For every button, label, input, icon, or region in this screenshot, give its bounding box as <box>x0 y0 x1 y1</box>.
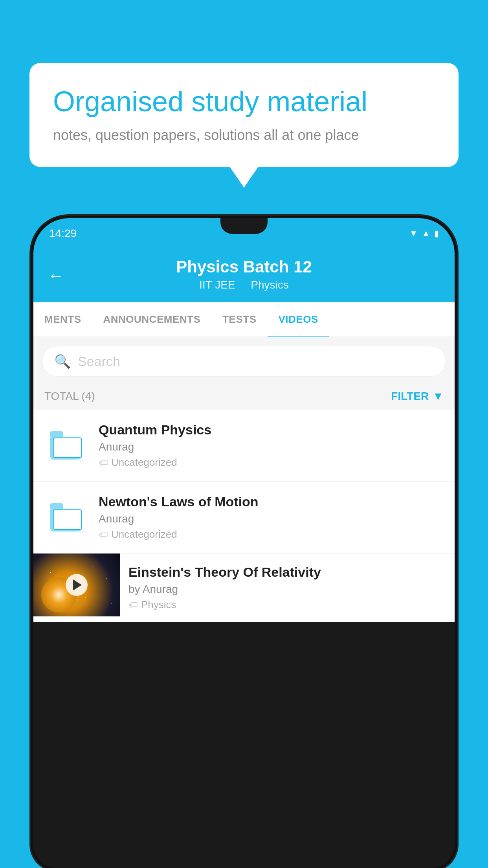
signal-icon: ▲ <box>422 228 430 239</box>
back-button[interactable]: ← <box>48 266 64 285</box>
battery-icon: ▮ <box>434 228 439 239</box>
tab-videos[interactable]: VIDEOS <box>268 302 329 337</box>
item-details: Einstein's Theory Of Relativity by Anura… <box>120 554 455 622</box>
header-title: Physics Batch 12 <box>49 257 439 276</box>
play-icon <box>73 579 82 590</box>
wifi-icon: ▼ <box>409 228 418 239</box>
folder-icon <box>50 431 82 460</box>
folder-icon <box>50 503 82 531</box>
tab-ments[interactable]: MENTS <box>33 302 92 337</box>
tag-icon: 🏷 <box>99 457 108 468</box>
item-details: Quantum Physics Anurag 🏷 Uncategorized <box>99 422 444 469</box>
app-header: ← Physics Batch 12 IIT JEE Physics <box>33 249 455 302</box>
list-item-with-thumb[interactable]: Einstein's Theory Of Relativity by Anura… <box>33 554 455 622</box>
search-icon: 🔍 <box>54 353 71 369</box>
phone-frame: 14:29 ▼ ▲ ▮ ← Physics Batch 12 IIT JEE P… <box>33 218 455 868</box>
filter-row: TOTAL (4) FILTER ▼ <box>33 385 455 410</box>
play-button[interactable] <box>66 574 88 596</box>
tag-label: Physics <box>141 599 176 611</box>
header-subtitle: IIT JEE Physics <box>49 279 439 291</box>
status-time: 14:29 <box>49 227 77 240</box>
status-bar: 14:29 ▼ ▲ ▮ <box>33 218 455 249</box>
tag-icon: 🏷 <box>99 529 108 540</box>
tag-label: Uncategorized <box>111 456 177 469</box>
bubble-subtitle: notes, question papers, solutions all at… <box>53 127 435 143</box>
total-label: TOTAL (4) <box>44 390 95 403</box>
bubble-title: Organised study material <box>53 85 435 118</box>
item-details: Newton's Laws of Motion Anurag 🏷 Uncateg… <box>99 494 444 541</box>
list-item[interactable]: Newton's Laws of Motion Anurag 🏷 Uncateg… <box>33 482 455 554</box>
item-title: Newton's Laws of Motion <box>99 494 444 509</box>
search-bar[interactable]: 🔍 Search <box>42 346 446 377</box>
speech-bubble: Organised study material notes, question… <box>29 63 459 167</box>
list-item[interactable]: Quantum Physics Anurag 🏷 Uncategorized <box>33 410 455 482</box>
tag-icon: 🏷 <box>128 600 138 611</box>
item-tag: 🏷 Uncategorized <box>99 456 444 469</box>
item-author: Anurag <box>99 441 444 453</box>
item-tag: 🏷 Uncategorized <box>99 528 444 541</box>
filter-label: FILTER <box>391 390 429 403</box>
header-subtitle-part1: IIT JEE <box>199 279 235 291</box>
tabs-bar: MENTS ANNOUNCEMENTS TESTS VIDEOS <box>33 302 455 337</box>
item-tag: 🏷 Physics <box>128 599 446 611</box>
filter-button[interactable]: FILTER ▼ <box>391 390 444 403</box>
tab-tests[interactable]: TESTS <box>211 302 267 337</box>
item-title: Einstein's Theory Of Relativity <box>128 565 446 580</box>
item-icon-wrap <box>44 424 88 467</box>
notch <box>220 218 268 234</box>
search-placeholder: Search <box>78 354 120 369</box>
video-thumbnail <box>33 554 120 616</box>
status-icons: ▼ ▲ ▮ <box>409 228 439 239</box>
item-author: by Anurag <box>128 583 446 596</box>
tag-label: Uncategorized <box>111 528 177 541</box>
header-subtitle-part2: Physics <box>251 279 288 291</box>
item-title: Quantum Physics <box>99 422 444 438</box>
content-area: 🔍 Search TOTAL (4) FILTER ▼ <box>33 337 455 622</box>
item-icon-wrap <box>44 496 88 539</box>
item-author: Anurag <box>99 513 444 525</box>
filter-icon: ▼ <box>433 390 444 403</box>
video-list: Quantum Physics Anurag 🏷 Uncategorized <box>33 410 455 622</box>
tab-announcements[interactable]: ANNOUNCEMENTS <box>92 302 212 337</box>
